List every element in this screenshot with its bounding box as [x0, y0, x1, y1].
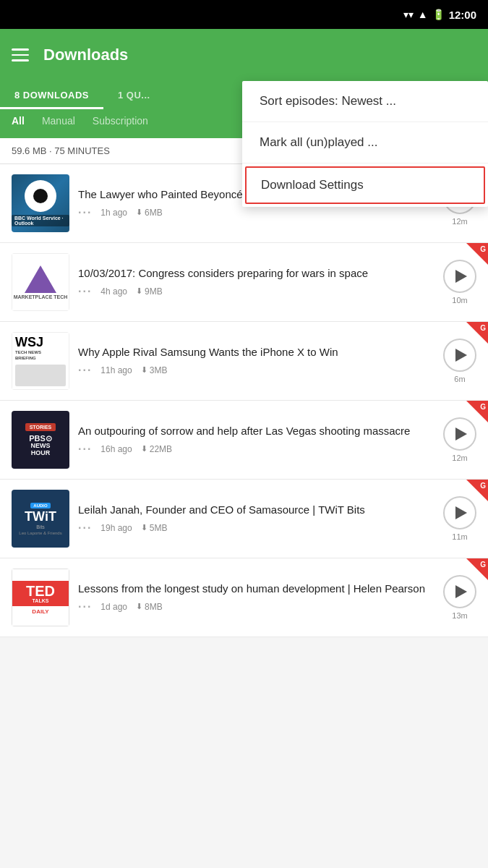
- corner-badge: G: [466, 558, 488, 580]
- wifi-icon: ▾▾: [403, 9, 414, 20]
- mark-played-menu-item[interactable]: Mark all (un)played ...: [242, 122, 488, 163]
- more-options-button[interactable]: ···: [78, 522, 92, 535]
- corner-badge: G: [466, 322, 488, 344]
- filter-all[interactable]: All: [12, 115, 25, 129]
- corner-badge: G: [466, 401, 488, 422]
- corner-badge: G: [466, 243, 488, 265]
- corner-badge: G: [466, 480, 488, 501]
- episode-meta: ··· 11h ago ⬇ 3MB: [78, 364, 435, 377]
- play-icon: [455, 270, 467, 283]
- episode-meta: ··· 4h ago ⬇ 9MB: [78, 285, 435, 298]
- play-button-container: 12m: [443, 417, 476, 462]
- battery-icon: 🔋: [432, 9, 445, 20]
- episode-info: An outpouring of sorrow and help after L…: [78, 424, 435, 456]
- time-ago: 19h ago: [100, 523, 132, 533]
- episode-list: BBC World Service · Outlook The Lawyer w…: [0, 164, 488, 637]
- episode-meta: ··· 1d ago ⬇ 8MB: [78, 600, 435, 613]
- storage-info: 59.6 MB · 75 MINUTES: [12, 145, 110, 156]
- episode-thumbnail: WSJ TECH NEWSBRIEFING: [12, 332, 69, 390]
- episode-thumbnail: TED TALKS DAILY: [12, 569, 69, 626]
- episode-duration: 10m: [452, 296, 467, 305]
- tab-downloads[interactable]: 8 DOWNLOADS: [0, 81, 103, 109]
- episode-item: WSJ TECH NEWSBRIEFING Why Apple Rival Sa…: [0, 322, 488, 401]
- download-settings-menu-item[interactable]: Download Settings: [245, 166, 485, 204]
- download-icon: ⬇: [136, 208, 142, 217]
- episode-meta: ··· 16h ago ⬇ 22MB: [78, 443, 435, 456]
- episode-info: Leilah Janah, Founder and CEO of Samasou…: [78, 503, 435, 535]
- episode-item: AUDIO TWiT Bits Leo Laporte & Friends Le…: [0, 480, 488, 558]
- episode-duration: 6m: [454, 375, 465, 383]
- play-button-container: 11m: [443, 496, 476, 541]
- play-icon: [455, 349, 467, 362]
- episode-item: MARKETPLACE TECH 10/03/2017: Congress co…: [0, 243, 488, 322]
- episode-title: Lessons from the longest study on human …: [78, 582, 435, 596]
- episode-thumbnail: MARKETPLACE TECH: [12, 253, 69, 311]
- download-icon: ⬇: [141, 523, 147, 532]
- badge-icon: G: [480, 561, 486, 569]
- more-options-button[interactable]: ···: [78, 443, 92, 456]
- play-icon: [455, 585, 467, 598]
- more-options-button[interactable]: ···: [78, 285, 92, 298]
- download-icon: ⬇: [141, 444, 147, 454]
- badge-icon: G: [480, 482, 486, 490]
- play-button-container: 10m: [443, 260, 476, 305]
- download-icon: ⬇: [141, 365, 147, 375]
- episode-item: STORIES PBS⊙ NEWS HOUR An outpouring of …: [0, 401, 488, 480]
- episode-title: An outpouring of sorrow and help after L…: [78, 424, 435, 438]
- episode-thumbnail: STORIES PBS⊙ NEWS HOUR: [12, 411, 69, 469]
- time-ago: 11h ago: [100, 365, 132, 375]
- episode-duration: 12m: [452, 454, 467, 462]
- play-button-container: 13m: [443, 575, 476, 620]
- episode-info: Why Apple Rival Samsung Wants the iPhone…: [78, 345, 435, 377]
- status-time: 12:00: [449, 9, 476, 21]
- download-icon: ⬇: [136, 286, 142, 296]
- episode-info: 10/03/2017: Congress considers preparing…: [78, 266, 435, 298]
- episode-item: TED TALKS DAILY Lessons from the longest…: [0, 558, 488, 637]
- play-icon: [455, 506, 467, 519]
- file-size: ⬇ 9MB: [136, 286, 163, 297]
- file-size: ⬇ 6MB: [136, 208, 163, 218]
- file-size: ⬇ 3MB: [141, 365, 168, 375]
- play-icon: [455, 427, 467, 441]
- more-options-button[interactable]: ···: [78, 364, 92, 377]
- badge-icon: G: [480, 324, 486, 332]
- dropdown-menu: Sort episodes: Newest ... Mark all (un)p…: [242, 81, 488, 207]
- filter-manual[interactable]: Manual: [42, 115, 75, 129]
- episode-title: 10/03/2017: Congress considers preparing…: [78, 266, 435, 281]
- time-ago: 1h ago: [100, 208, 127, 218]
- download-icon: ⬇: [136, 602, 142, 611]
- badge-icon: G: [480, 245, 486, 253]
- time-ago: 4h ago: [100, 286, 127, 297]
- episode-info: Lessons from the longest study on human …: [78, 582, 435, 613]
- sort-episodes-menu-item[interactable]: Sort episodes: Newest ...: [242, 81, 488, 122]
- play-button-container: 6m: [443, 339, 476, 383]
- signal-icon: ▲: [418, 9, 428, 20]
- episode-duration: 12m: [452, 217, 467, 226]
- status-bar: ▾▾ ▲ 🔋 12:00: [0, 0, 488, 29]
- tab-queue[interactable]: 1 QU...: [103, 81, 165, 109]
- time-ago: 1d ago: [100, 602, 127, 612]
- hamburger-menu-icon[interactable]: [12, 48, 29, 61]
- episode-meta: ··· 19h ago ⬇ 5MB: [78, 522, 435, 535]
- episode-meta: ··· 1h ago ⬇ 6MB: [78, 206, 435, 219]
- episode-duration: 11m: [452, 532, 467, 541]
- file-size: ⬇ 5MB: [141, 523, 168, 533]
- more-options-button[interactable]: ···: [78, 600, 92, 613]
- app-header: Downloads: [0, 29, 488, 81]
- file-size: ⬇ 22MB: [141, 444, 172, 454]
- filter-subscription[interactable]: Subscription: [93, 115, 148, 129]
- time-ago: 16h ago: [100, 444, 132, 454]
- episode-thumbnail: BBC World Service · Outlook: [12, 174, 69, 232]
- episode-title: Leilah Janah, Founder and CEO of Samasou…: [78, 503, 435, 517]
- episode-thumbnail: AUDIO TWiT Bits Leo Laporte & Friends: [12, 490, 69, 548]
- more-options-button[interactable]: ···: [78, 206, 92, 219]
- episode-duration: 13m: [452, 611, 467, 620]
- badge-icon: G: [480, 403, 486, 411]
- status-icons: ▾▾ ▲ 🔋 12:00: [403, 9, 476, 21]
- page-title: Downloads: [43, 46, 476, 64]
- episode-title: Why Apple Rival Samsung Wants the iPhone…: [78, 345, 435, 359]
- file-size: ⬇ 8MB: [136, 602, 163, 612]
